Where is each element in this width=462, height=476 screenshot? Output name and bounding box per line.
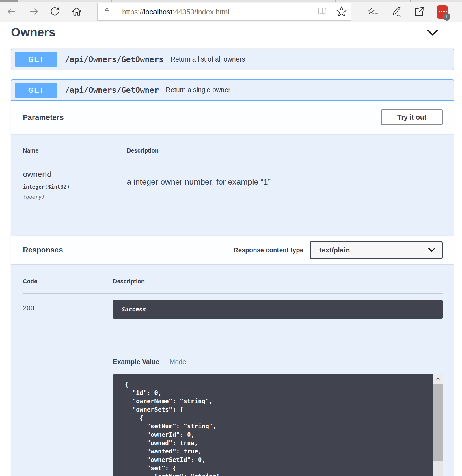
web-note-button[interactable] [391, 6, 402, 18]
browser-tab-strip [0, 0, 462, 2]
share-button[interactable] [414, 6, 425, 18]
forward-button[interactable] [29, 7, 39, 17]
tab-model[interactable]: Model [169, 358, 188, 366]
tab-separator [185, 0, 185, 2]
add-favorite-star-icon[interactable] [336, 6, 347, 18]
parameter-row: ownerId integer($int32) (query) a intege… [23, 163, 443, 200]
browser-toolbar: https://localhost:44353/index.html 1 [0, 2, 462, 22]
pen-icon [391, 6, 402, 19]
select-chevron-down-icon [428, 246, 435, 254]
lock-icon [102, 7, 111, 17]
operation-path[interactable]: /api/Owners/GetOwners [65, 55, 163, 64]
response-description-badge: Success [113, 300, 443, 319]
url-text[interactable]: https://localhost:44353/index.html [122, 8, 317, 16]
scrollbar-thumb[interactable] [433, 384, 443, 461]
refresh-icon [49, 6, 60, 18]
column-header-description: Description [113, 278, 145, 285]
tab-strip-band [18, 0, 462, 2]
parameters-header: Parameters Try it out [11, 101, 454, 134]
address-bar-separator [118, 6, 118, 17]
scrollbar-up-icon[interactable] [433, 374, 443, 384]
active-tab-edge [0, 0, 18, 2]
operation-summary: Return a list of all owners [170, 55, 245, 63]
responses-header: Responses Response content type text/pla… [11, 236, 454, 264]
tab-separator [410, 0, 411, 2]
chevron-down-icon[interactable] [427, 29, 438, 37]
response-row: 200 Success [23, 294, 443, 319]
responses-table: Code Description 200 Success Example Val… [11, 264, 454, 476]
page-title: Owners [11, 25, 55, 39]
refresh-button[interactable] [50, 7, 60, 17]
column-header-code: Code [23, 278, 113, 285]
response-code: 200 [23, 300, 113, 319]
owners-section-header[interactable]: Owners [11, 22, 454, 40]
extension-button[interactable]: 1 [437, 5, 448, 19]
parameter-description: a integer owner number, for example “1” [127, 170, 271, 200]
url-host: localhost [144, 8, 172, 16]
responses-title: Responses [23, 246, 63, 254]
parameters-table: Name Description ownerId integer($int32)… [11, 134, 454, 236]
tab-separator [164, 357, 164, 367]
operation-summary: Return a single owner [166, 86, 230, 94]
opblock-getowners-summary[interactable]: GET /api/Owners/GetOwners Return a list … [11, 49, 454, 70]
tab-separator [279, 0, 279, 2]
address-bar[interactable]: https://localhost:44353/index.html [97, 3, 351, 21]
favorites-list-icon [368, 6, 379, 19]
tab-separator [111, 0, 112, 2]
tab-example-value[interactable]: Example Value [113, 358, 159, 366]
forward-arrow-icon [29, 6, 39, 18]
column-header-description: Description [127, 147, 159, 154]
opblock-getowners: GET /api/Owners/GetOwners Return a list … [11, 49, 454, 70]
parameter-name: ownerId [23, 170, 127, 179]
response-content-type-select[interactable]: text/plain [310, 241, 443, 259]
example-json: { "id": 0, "ownerName": "string", "owner… [113, 374, 443, 476]
url-path: :44353/index.html [172, 8, 229, 16]
parameter-type: integer($int32) [23, 184, 127, 190]
get-method-badge: GET [15, 52, 57, 67]
reading-view-icon[interactable] [317, 6, 327, 17]
back-button[interactable] [6, 7, 17, 17]
tab-separator [55, 0, 55, 2]
hub-favorites-button[interactable] [368, 6, 379, 18]
parameters-title: Parameters [23, 113, 64, 122]
parameter-location: (query) [23, 194, 127, 200]
get-method-badge: GET [15, 83, 57, 98]
extension-dots-icon [439, 11, 447, 12]
example-value-code-block: { "id": 0, "ownerName": "string", "owner… [113, 374, 443, 476]
opblock-getowner-summary[interactable]: GET /api/Owners/GetOwner Return a single… [11, 80, 454, 101]
home-button[interactable] [72, 7, 82, 17]
code-scrollbar[interactable] [433, 374, 443, 476]
tab-separator [260, 0, 260, 2]
url-scheme: https:// [122, 8, 144, 16]
response-content-type-label: Response content type [234, 246, 303, 254]
share-icon [414, 6, 425, 19]
selected-content-type: text/plain [319, 246, 350, 254]
opblock-getowner: GET /api/Owners/GetOwner Return a single… [11, 79, 454, 476]
try-it-out-button[interactable]: Try it out [381, 109, 443, 125]
column-header-name: Name [23, 147, 127, 154]
swagger-page: Owners GET /api/Owners/GetOwners Return … [0, 22, 462, 476]
model-example-tabs: Example Value Model [113, 357, 443, 367]
operation-path[interactable]: /api/Owners/GetOwner [65, 85, 159, 94]
extension-badge: 1 [443, 13, 450, 21]
home-icon [71, 6, 82, 18]
section-divider [11, 44, 454, 44]
tab-separator [335, 0, 336, 2]
back-arrow-icon [6, 6, 17, 18]
